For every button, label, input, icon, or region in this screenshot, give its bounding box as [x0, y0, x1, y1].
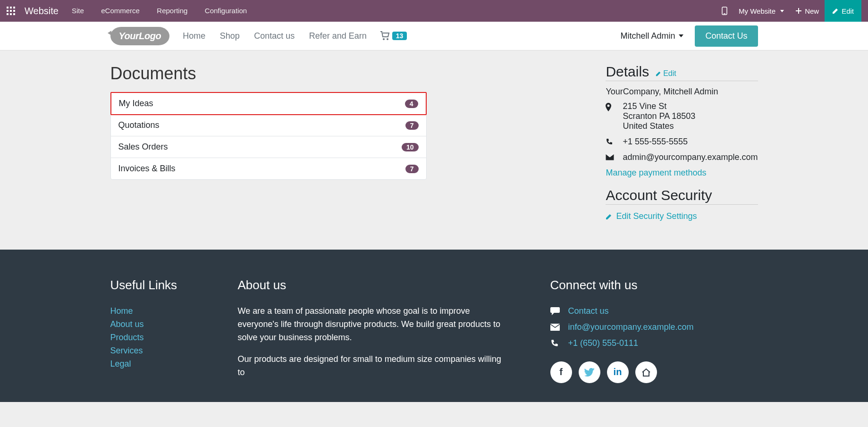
apps-grid-icon[interactable]	[7, 7, 15, 15]
account-security-heading: Account Security	[606, 187, 712, 203]
details-edit-label: Edit	[663, 69, 676, 78]
useful-links-heading: Useful Links	[110, 278, 219, 293]
linkedin-icon[interactable]: in	[607, 361, 629, 383]
footer-link-services[interactable]: Services	[110, 344, 219, 358]
cart-button[interactable]: 13	[380, 31, 407, 41]
page-content: Documents My Ideas 4 Quotations 7 Sales …	[109, 50, 760, 250]
user-name: Mitchell Admin	[620, 31, 675, 41]
page-title: Documents	[110, 64, 427, 84]
documents-panel: Documents My Ideas 4 Quotations 7 Sales …	[110, 64, 427, 221]
site-footer: Useful Links Home About us Products Serv…	[0, 250, 868, 402]
contact-us-button[interactable]: Contact Us	[695, 25, 758, 47]
website-selector[interactable]: My Website	[733, 0, 790, 22]
footer-link-legal[interactable]: Legal	[110, 358, 219, 371]
pencil-icon	[832, 8, 839, 14]
edit-button[interactable]: Edit	[825, 0, 861, 22]
user-dropdown[interactable]: Mitchell Admin	[620, 31, 683, 41]
site-header: YourLogo Home Shop Contact us Refer and …	[0, 22, 868, 50]
topbar-menu-site[interactable]: Site	[72, 7, 84, 15]
topbar-menu: Site eCommerce Reporting Configuration	[72, 7, 262, 15]
phone-icon	[550, 339, 561, 348]
svg-point-5	[387, 38, 388, 40]
logo-text: YourLogo	[119, 31, 161, 41]
footer-phone-link[interactable]: +1 (650) 555-0111	[568, 337, 639, 350]
details-panel: Details Edit YourCompany, Mitchell Admin…	[606, 64, 758, 221]
doc-item-label: Quotations	[118, 120, 160, 130]
topbar-menu-reporting[interactable]: Reporting	[157, 7, 187, 15]
phone-icon	[606, 137, 614, 146]
email-row: admin@yourcompany.example.com	[606, 152, 758, 162]
new-button-label: New	[805, 7, 819, 15]
documents-list: My Ideas 4 Quotations 7 Sales Orders 10 …	[110, 92, 427, 180]
about-text-2: Our products are designed for small to m…	[238, 353, 502, 379]
pencil-icon	[606, 213, 612, 220]
edit-button-label: Edit	[842, 7, 854, 15]
address-line2: Scranton PA 18503	[623, 111, 695, 121]
mobile-icon	[722, 7, 727, 15]
envelope-icon	[606, 152, 614, 160]
doc-item-invoices[interactable]: Invoices & Bills 7	[111, 158, 426, 179]
facebook-icon[interactable]: f	[550, 361, 572, 383]
new-button[interactable]: New	[790, 0, 825, 22]
doc-item-my-ideas[interactable]: My Ideas 4	[110, 92, 427, 115]
speech-bubble-icon	[550, 307, 561, 316]
admin-topbar: Website Site eCommerce Reporting Configu…	[0, 0, 868, 22]
footer-useful-links: Useful Links Home About us Products Serv…	[110, 278, 219, 383]
caret-down-icon	[679, 34, 683, 37]
topbar-menu-ecommerce[interactable]: eCommerce	[101, 7, 140, 15]
company-user-line: YourCompany, Mitchell Admin	[606, 87, 758, 97]
footer-link-about[interactable]: About us	[110, 318, 219, 331]
mobile-preview-button[interactable]	[716, 0, 733, 22]
footer-link-products[interactable]: Products	[110, 331, 219, 344]
doc-item-count: 4	[405, 100, 418, 108]
connect-heading: Connect with us	[550, 278, 758, 293]
doc-item-count: 7	[405, 121, 419, 130]
footer-email-link[interactable]: info@yourcompany.example.com	[568, 321, 694, 334]
plus-icon	[795, 8, 802, 14]
manage-payment-link[interactable]: Manage payment methods	[606, 168, 706, 177]
nav-refer[interactable]: Refer and Earn	[309, 31, 367, 41]
about-text-1: We are a team of passionate people whose…	[238, 305, 502, 344]
logo[interactable]: YourLogo	[110, 27, 170, 45]
topbar-menu-configuration[interactable]: Configuration	[205, 7, 247, 15]
twitter-icon[interactable]	[579, 361, 600, 383]
about-heading: About us	[238, 278, 502, 293]
address-row: 215 Vine St Scranton PA 18503 United Sta…	[606, 101, 758, 131]
envelope-icon	[550, 324, 561, 331]
map-marker-icon	[606, 101, 614, 111]
pencil-icon	[656, 71, 661, 76]
website-selector-label: My Website	[739, 7, 775, 15]
app-name[interactable]: Website	[25, 6, 59, 17]
doc-item-quotations[interactable]: Quotations 7	[111, 115, 426, 136]
nav-home[interactable]: Home	[183, 31, 205, 41]
footer-connect: Connect with us Contact us info@yourcomp…	[550, 278, 758, 383]
social-icons-row: f in	[550, 361, 758, 383]
footer-contact-link[interactable]: Contact us	[568, 305, 609, 318]
doc-item-label: Sales Orders	[118, 142, 168, 152]
address-line3: United States	[623, 121, 695, 131]
svg-point-4	[383, 38, 385, 40]
cart-count-badge: 13	[392, 32, 407, 40]
address-line1: 215 Vine St	[623, 101, 695, 111]
doc-item-label: My Ideas	[119, 99, 153, 109]
cart-icon	[380, 31, 390, 41]
doc-item-count: 10	[402, 143, 419, 151]
email-value: admin@yourcompany.example.com	[623, 152, 758, 162]
footer-about: About us We are a team of passionate peo…	[238, 278, 502, 383]
phone-value: +1 555-555-5555	[623, 137, 688, 147]
caret-down-icon	[780, 10, 784, 12]
nav-shop[interactable]: Shop	[220, 31, 240, 41]
nav-contact[interactable]: Contact us	[254, 31, 295, 41]
edit-security-link[interactable]: Edit Security Settings	[606, 211, 758, 221]
edit-security-label: Edit Security Settings	[616, 211, 697, 221]
doc-item-count: 7	[405, 165, 419, 173]
details-heading: Details	[606, 64, 649, 80]
phone-row: +1 555-555-5555	[606, 137, 758, 147]
footer-link-home[interactable]: Home	[110, 305, 219, 318]
home-icon[interactable]	[635, 361, 657, 383]
doc-item-label: Invoices & Bills	[118, 164, 176, 174]
site-nav: Home Shop Contact us Refer and Earn	[183, 31, 379, 41]
details-edit-link[interactable]: Edit	[656, 69, 676, 78]
doc-item-sales-orders[interactable]: Sales Orders 10	[111, 136, 426, 158]
